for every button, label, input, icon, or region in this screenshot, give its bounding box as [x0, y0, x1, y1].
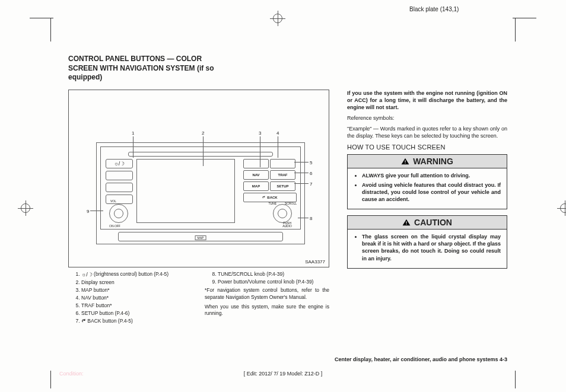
footer-edit-info: [ Edit: 2012/ 7/ 19 Model: Z12-D ]	[0, 371, 566, 377]
volume-knob	[109, 204, 128, 223]
reference-label: Reference symbols:	[347, 114, 507, 122]
crop-mark	[30, 18, 53, 18]
callout-7: 7	[310, 181, 312, 187]
traf-button: TRAF	[270, 170, 295, 180]
blank-button	[106, 183, 133, 192]
setup-button: SETUP	[270, 181, 295, 191]
right-buttons: NAVTRAF MAPSETUP ↶BACK	[243, 159, 295, 202]
page-title: CONTROL PANEL BUTTONS — COLOR SCREEN WIT…	[68, 55, 222, 82]
warning-box: WARNING ALWAYS give your full attention …	[347, 154, 507, 210]
legend-item: ↶ BACK button (P.4-5)	[81, 318, 193, 324]
left-column: 1 2 3 4 5 6 7 8 9	[68, 90, 329, 326]
radio-unit: ☼/☽ NAVTRAF MAPSETUP ↶BACK VOL	[96, 142, 305, 244]
svg-rect-3	[406, 224, 407, 225]
footer-section-title: Center display, heater, air conditioner,…	[68, 356, 507, 362]
callout-5: 5	[310, 160, 312, 165]
callout-1: 1	[132, 130, 134, 136]
legend-note: When you use this system, make sure the …	[205, 304, 329, 318]
blank-button	[270, 159, 295, 168]
callout-9: 9	[87, 209, 89, 214]
warning-item: ALWAYS give your full attention to drivi…	[362, 172, 501, 179]
warning-title: WARNING	[348, 155, 507, 168]
back-button: ↶BACK	[243, 193, 297, 202]
disc-slot	[128, 152, 273, 157]
right-column: If you use the system with the engine no…	[347, 90, 507, 326]
svg-rect-1	[405, 162, 406, 163]
figure-diagram: 1 2 3 4 5 6 7 8 9	[68, 90, 329, 267]
crop-mark	[513, 18, 536, 18]
warning-icon	[401, 158, 409, 165]
crop-mark	[515, 18, 516, 42]
warning-item: Avoid using vehicle features that could …	[362, 181, 501, 203]
legend-item: TRAF button*	[81, 302, 193, 308]
figure-legend: ☼/☽ (brightness control) button (P.4-5) …	[68, 271, 329, 326]
blank-button	[106, 195, 133, 204]
legend-item: NAV button*	[81, 295, 193, 301]
display-screen	[136, 159, 235, 223]
legend-item: ☼/☽ (brightness control) button (P.4-5)	[81, 271, 193, 278]
tune-label: TUNE	[268, 202, 276, 205]
callout-4: 4	[276, 130, 279, 136]
svg-rect-0	[405, 160, 406, 162]
caution-box: CAUTION The glass screen on the liquid c…	[347, 215, 507, 269]
legend-item: SETUP button (P.4-6)	[81, 310, 193, 316]
brightness-button: ☼/☽	[106, 159, 133, 168]
blank-button	[106, 171, 133, 180]
left-buttons: ☼/☽	[106, 159, 133, 206]
blank-button	[243, 159, 269, 168]
legend-item: TUNE/SCROLL knob (P.4-39)	[218, 271, 329, 277]
callout-2: 2	[202, 130, 204, 136]
callout-3: 3	[259, 130, 261, 136]
caution-title: CAUTION	[348, 216, 507, 230]
onoff-label: ON·OFF	[109, 224, 120, 228]
legend-item: Power button/Volume control knob (P.4-39…	[218, 279, 329, 285]
push-label: PUSHAUDIO	[282, 222, 292, 228]
caution-item: The glass screen on the liquid crystal d…	[362, 233, 501, 262]
condition-label: Condition:	[59, 371, 84, 377]
crop-mark	[50, 18, 51, 42]
legend-item: MAP button*	[81, 287, 193, 293]
svg-rect-2	[406, 221, 407, 224]
page-content: CONTROL PANEL BUTTONS — COLOR SCREEN WIT…	[68, 55, 507, 326]
subheading: HOW TO USE TOUCH SCREEN	[347, 144, 507, 151]
reference-text: "Example" — Words marked in quotes refer…	[347, 125, 507, 139]
callout-8: 8	[310, 216, 312, 221]
warning-icon	[402, 219, 411, 226]
callout-6: 6	[310, 171, 312, 176]
engine-warning-text: If you use the system with the engine no…	[347, 90, 507, 111]
plate-label: Black plate (143,1)	[409, 6, 459, 12]
tune-knob	[273, 204, 292, 223]
vol-label: VOL	[110, 199, 116, 203]
legend-item: Display screen	[81, 279, 193, 285]
legend-note: *For navigation system control buttons, …	[205, 287, 329, 301]
nav-button: NAV	[243, 170, 269, 180]
figure-id: SAA3377	[305, 259, 325, 264]
map-button: MAP	[243, 181, 269, 191]
map-sd-label: MAP	[195, 235, 206, 240]
